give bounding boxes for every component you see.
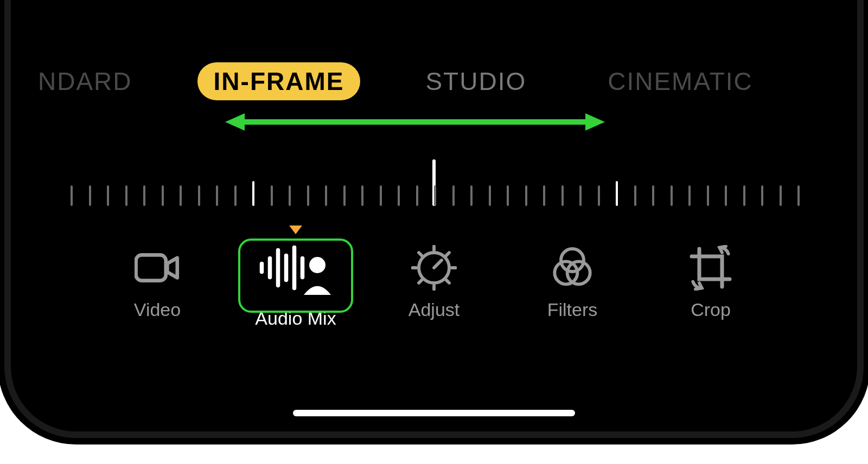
dial-tick bbox=[780, 185, 782, 206]
dial-tick bbox=[434, 185, 436, 206]
dial-tick bbox=[252, 181, 254, 206]
dial-tick bbox=[89, 185, 91, 206]
dial-tick bbox=[671, 185, 673, 206]
dial-tick bbox=[325, 185, 327, 206]
mode-studio[interactable]: STUDIO bbox=[409, 62, 542, 100]
dial-tick bbox=[180, 185, 182, 206]
tool-audio-mix-label: Audio Mix bbox=[255, 308, 336, 329]
audio-mix-mode-picker[interactable]: NDARD IN-FRAME STUDIO CINEMATIC bbox=[71, 60, 797, 103]
dial-tick bbox=[198, 185, 200, 206]
dial-tick bbox=[307, 185, 309, 206]
active-caret-icon bbox=[289, 225, 302, 234]
phone-frame: NDARD IN-FRAME STUDIO CINEMATIC bbox=[11, 0, 857, 431]
svg-line-12 bbox=[434, 260, 442, 268]
dial-tick bbox=[707, 185, 709, 206]
dial-tick bbox=[634, 185, 636, 206]
dial-tick bbox=[489, 185, 491, 206]
audio-mix-icon bbox=[241, 235, 350, 300]
filters-icon bbox=[548, 244, 596, 292]
dial-tick bbox=[561, 185, 564, 206]
dial-tick bbox=[652, 185, 654, 206]
video-icon bbox=[133, 244, 181, 292]
tool-video[interactable]: Video bbox=[103, 244, 212, 320]
svg-marker-2 bbox=[585, 113, 605, 131]
tool-crop-label: Crop bbox=[691, 299, 731, 320]
dial-tick bbox=[598, 185, 600, 206]
dial-tick bbox=[525, 185, 527, 206]
dial-tick bbox=[143, 185, 145, 206]
dial-tick bbox=[616, 181, 618, 206]
dial-tick bbox=[543, 185, 545, 206]
mode-standard[interactable]: NDARD bbox=[22, 62, 149, 100]
dial-tick bbox=[470, 185, 473, 206]
dial-tick bbox=[743, 185, 745, 206]
screen: NDARD IN-FRAME STUDIO CINEMATIC bbox=[11, 0, 857, 431]
dial-tick bbox=[398, 185, 400, 206]
dial-tick bbox=[416, 185, 418, 206]
mode-cinematic[interactable]: CINEMATIC bbox=[591, 62, 769, 100]
dial-tick bbox=[343, 185, 346, 206]
dial-tick bbox=[234, 185, 237, 206]
swipe-annotation-arrow bbox=[225, 111, 605, 133]
dial-tick bbox=[688, 185, 691, 206]
svg-rect-3 bbox=[136, 255, 166, 280]
intensity-dial[interactable] bbox=[71, 168, 797, 211]
dial-tick bbox=[162, 185, 164, 206]
dial-tick bbox=[797, 185, 800, 206]
dial-tick bbox=[380, 185, 382, 206]
dial-tick bbox=[271, 185, 273, 206]
svg-marker-1 bbox=[225, 113, 245, 131]
tool-crop[interactable]: Crop bbox=[656, 244, 765, 320]
dial-tick bbox=[216, 185, 218, 206]
mode-in-frame[interactable]: IN-FRAME bbox=[197, 62, 361, 100]
svg-line-17 bbox=[419, 253, 422, 256]
dial-tick bbox=[361, 185, 363, 206]
svg-line-19 bbox=[419, 280, 422, 283]
tool-filters-label: Filters bbox=[547, 299, 598, 320]
dial-tick bbox=[71, 185, 73, 206]
svg-line-20 bbox=[446, 253, 449, 256]
dial-tick bbox=[107, 185, 109, 206]
svg-line-18 bbox=[446, 280, 449, 283]
adjust-icon bbox=[410, 244, 458, 292]
dial-tick bbox=[507, 185, 509, 206]
dial-tick bbox=[125, 185, 127, 206]
tool-audio-mix[interactable]: Audio Mix bbox=[241, 244, 350, 329]
dial-tick bbox=[761, 185, 763, 206]
home-indicator[interactable] bbox=[293, 410, 575, 416]
crop-icon bbox=[687, 244, 735, 292]
dial-tick bbox=[289, 185, 291, 206]
tool-video-label: Video bbox=[134, 299, 181, 320]
dial-tick bbox=[725, 185, 727, 206]
tool-filters[interactable]: Filters bbox=[518, 244, 627, 320]
dial-tick bbox=[452, 185, 455, 206]
dial-tick bbox=[579, 185, 582, 206]
tool-adjust-label: Adjust bbox=[409, 299, 460, 320]
tool-adjust[interactable]: Adjust bbox=[380, 244, 488, 320]
edit-tools-tabbar: Video bbox=[103, 244, 765, 341]
svg-point-10 bbox=[309, 257, 326, 273]
